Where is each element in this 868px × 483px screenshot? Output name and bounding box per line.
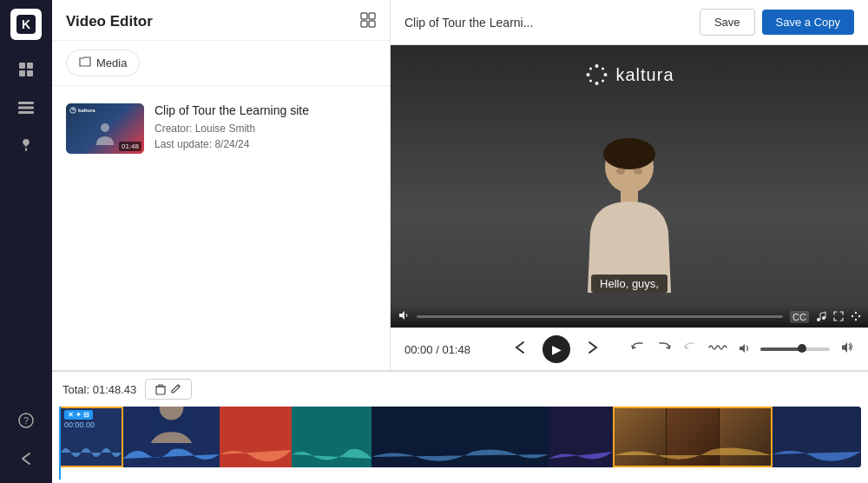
svg-point-22 [589,68,592,70]
clip-segment-1[interactable] [123,407,220,467]
svg-point-21 [603,73,607,76]
video-frame: kaltura [391,45,868,328]
undo2-icon[interactable] [682,340,698,360]
clip-segment-5[interactable] [549,407,613,467]
media-creator: Creator: Louise Smith [155,121,376,136]
svg-point-42 [159,407,183,420]
edit-controls [630,340,854,360]
video-panel: Clip of Tour the Learni... Save Save a C… [391,0,868,370]
redo-icon[interactable] [656,340,672,360]
media-last-update: Last update: 8/24/24 [155,136,376,152]
panel-title: Video Editor [66,13,153,30]
svg-point-28 [603,138,655,169]
svg-point-38 [852,314,853,316]
time-total: 01:48 [442,343,470,356]
svg-rect-40 [156,387,165,394]
volume-max-icon[interactable] [840,341,854,359]
tab-media-label: Media [96,56,127,69]
video-title: Clip of Tour the Learni... [404,16,533,30]
sidebar: K ? [0,0,52,483]
playback-row: 00:00 / 01:48 ▶ [391,328,868,370]
svg-text:K: K [22,17,30,31]
clip-label: ✕ ✦ ⊟ [64,410,93,420]
edit-pencil-icon [170,383,182,395]
svg-line-41 [178,385,180,387]
clip-segment-4[interactable] [372,407,548,467]
video-player[interactable]: kaltura [391,45,868,328]
music-icon[interactable] [816,310,826,324]
video-header-buttons: Save Save a Copy [700,9,854,36]
time-display: 00:00 / 01:48 [404,343,483,356]
media-item[interactable]: kaltura 01:48 [66,96,376,161]
sidebar-item-quiz[interactable] [10,130,42,162]
seek-back-button[interactable] [511,339,529,361]
svg-text:?: ? [23,415,29,426]
kaltura-text: kaltura [615,65,674,85]
media-thumbnail: kaltura 01:48 [66,103,144,154]
kaltura-player-icon[interactable] [851,310,861,324]
svg-point-37 [855,318,857,320]
sidebar-item-home[interactable] [10,54,42,85]
player-controls-overlay: CC [391,306,868,328]
video-progress-bar[interactable] [417,315,783,318]
video-header: Clip of Tour the Learni... Save Save a C… [391,0,868,45]
clip-segment-selected[interactable]: ✕ ✦ ⊟ 00:00.00 [59,407,123,467]
svg-point-29 [616,168,625,175]
svg-rect-13 [369,13,375,19]
main-content: Video Editor Media [52,0,868,483]
svg-point-25 [602,80,604,83]
svg-point-18 [595,64,598,68]
timeline-tools[interactable] [145,379,192,400]
volume-slider[interactable] [760,347,830,351]
save-button[interactable]: Save [700,9,755,36]
seek-forward-button[interactable] [584,339,602,361]
person-silhouette [542,119,716,293]
panel-tabs: Media [52,41,390,86]
media-list: kaltura 01:48 [52,86,390,171]
timeline-total: Total: 01:48.43 [62,383,136,396]
tab-media[interactable]: Media [66,50,140,76]
play-button[interactable]: ▶ [542,335,570,363]
clip-strip: ✕ ✦ ⊟ 00:00.00 [59,407,861,467]
top-section: Video Editor Media [52,0,868,370]
undo-icon[interactable] [630,340,646,360]
svg-line-35 [820,312,825,314]
fullscreen-icon[interactable] [833,310,844,324]
waveform-icon[interactable] [708,341,727,359]
player-right-icons: CC [790,310,861,324]
clip-segment-7[interactable] [773,407,861,467]
svg-point-39 [858,314,860,316]
clip-segment-2[interactable] [220,407,292,467]
svg-point-36 [855,311,857,313]
playback-controls: ▶ [493,335,620,363]
sidebar-item-help[interactable]: ? [10,405,42,436]
sidebar-item-clips[interactable] [10,92,42,123]
clip-time: 00:00.00 [64,420,95,429]
time-current: 00:00 [404,343,433,356]
volume-icon[interactable] [398,309,410,324]
volume-up-icon[interactable] [738,341,750,359]
thumb-duration: 01:48 [119,142,141,151]
svg-point-31 [817,318,820,321]
svg-rect-8 [18,111,34,114]
expand-icon[interactable] [360,12,376,31]
svg-point-17 [101,123,109,132]
playhead [59,407,61,480]
svg-rect-12 [361,13,367,19]
media-info: Clip of Tour the Learning site Creator: … [155,103,376,152]
svg-rect-7 [18,107,34,109]
svg-rect-5 [27,70,33,76]
svg-rect-14 [361,21,367,27]
svg-point-19 [595,82,598,85]
svg-rect-15 [369,21,375,27]
timeline-header: Total: 01:48.43 [52,372,868,407]
clip-segment-3[interactable] [292,407,372,467]
svg-rect-9 [25,148,27,151]
cc-icon[interactable]: CC [790,311,809,323]
app-logo[interactable]: K [10,9,42,40]
clip-segment-6-selected[interactable] [613,407,773,467]
svg-rect-4 [19,70,25,76]
timeline-track-area[interactable]: ✕ ✦ ⊟ 00:00.00 [59,407,861,480]
save-copy-button[interactable]: Save a Copy [762,10,854,35]
sidebar-item-back[interactable] [10,443,42,474]
